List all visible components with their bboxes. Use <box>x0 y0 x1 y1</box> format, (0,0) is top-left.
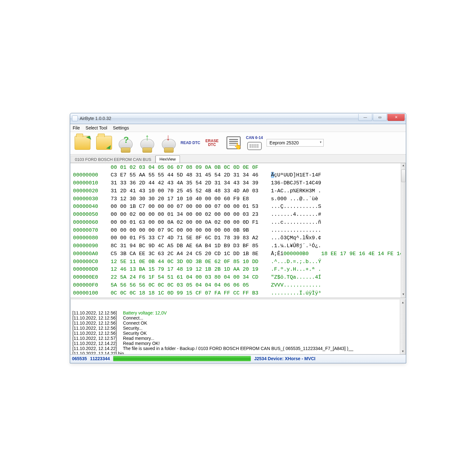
eeprom-value: Eeprom 25320 <box>269 140 299 145</box>
disk-down-icon: ↓ <box>162 139 176 150</box>
read-dtc-label: READ DTC <box>181 141 200 145</box>
hex-content[interactable]: 00 01 02 03 04 05 06 07 08 09 0A 0B 0C 0… <box>70 163 401 298</box>
app-window: AirByte 1.0.0.32 — ▭ ✕ File Select Tool … <box>70 113 406 363</box>
scroll-down-icon[interactable]: ▼ <box>401 348 404 354</box>
save-folder-button[interactable] <box>94 133 115 152</box>
progress-bar <box>113 356 251 361</box>
close-button[interactable]: ✕ <box>387 114 405 121</box>
manual-icon: 👆 <box>227 136 241 149</box>
maximize-button[interactable]: ▭ <box>373 114 387 121</box>
status-value-1: 065535 <box>72 356 87 361</box>
log-scrollbar[interactable]: ▲ ▼ <box>400 300 406 354</box>
identify-button[interactable]: ? <box>115 133 136 152</box>
menu-settings[interactable]: Settings <box>113 125 129 130</box>
window-title: AirByte 1.0.0.32 <box>80 116 358 121</box>
manual-button[interactable]: 👆 <box>223 133 244 152</box>
log-content: [11.10.2022, 12.12.56] Battery voltage: … <box>72 310 404 354</box>
status-value-2: 11223344 <box>90 356 110 361</box>
scroll-thumb[interactable] <box>401 169 406 182</box>
folder-save-icon <box>96 136 112 150</box>
statusbar: 065535 11223344 J2534 Device: XHorse - M… <box>70 354 406 363</box>
menubar: File Select Tool Settings <box>70 124 406 132</box>
scroll-up-icon[interactable]: ▲ <box>401 163 406 169</box>
obd-connector-icon <box>247 142 262 150</box>
write-button[interactable]: ↓ <box>158 133 179 152</box>
can-label: CAN 6-14 <box>246 136 263 140</box>
disk-up-icon: ↑ <box>140 139 154 150</box>
window-controls: — ▭ ✕ <box>358 113 406 124</box>
tab-hexview[interactable]: HexView <box>155 155 180 163</box>
can-selector[interactable]: CAN 6-14 <box>246 136 263 150</box>
hex-view: 00 01 02 03 04 05 06 07 08 09 0A 0B 0C 0… <box>70 163 406 298</box>
hex-scrollbar[interactable]: ▲ ▼ <box>401 163 406 298</box>
minimize-button[interactable]: — <box>358 114 372 121</box>
tab-device[interactable]: 0103 FORD BOSCH EEPROM CAN BUS <box>71 156 155 163</box>
log-pane[interactable]: [11.10.2022, 12.12.56] Battery voltage: … <box>70 299 406 354</box>
erase-dtc-button[interactable]: ERASE DTC <box>202 133 222 152</box>
eeprom-dropdown[interactable]: Eeprom 25320 <box>267 139 324 147</box>
toolbar: ? ↑ ↓ READ DTC ERASE DTC 👆 CAN 6-14 Eepr… <box>70 132 406 155</box>
disk-question-icon: ? <box>119 139 133 150</box>
tabbar: 0103 FORD BOSCH EEPROM CAN BUS HexView <box>70 155 406 163</box>
scroll-down-icon[interactable]: ▼ <box>401 292 406 298</box>
status-device: J2534 Device: XHorse - MVCI <box>254 356 315 361</box>
open-folder-button[interactable] <box>72 133 93 152</box>
app-icon <box>72 116 78 121</box>
folder-open-icon <box>75 136 90 150</box>
menu-select-tool[interactable]: Select Tool <box>86 125 107 130</box>
erase-dtc-label: ERASE DTC <box>202 139 222 147</box>
menu-file[interactable]: File <box>73 125 80 130</box>
read-button[interactable]: ↑ <box>137 133 158 152</box>
read-dtc-button[interactable]: READ DTC <box>180 133 201 152</box>
scroll-up-icon[interactable]: ▲ <box>401 300 404 305</box>
titlebar[interactable]: AirByte 1.0.0.32 — ▭ ✕ <box>70 113 406 124</box>
